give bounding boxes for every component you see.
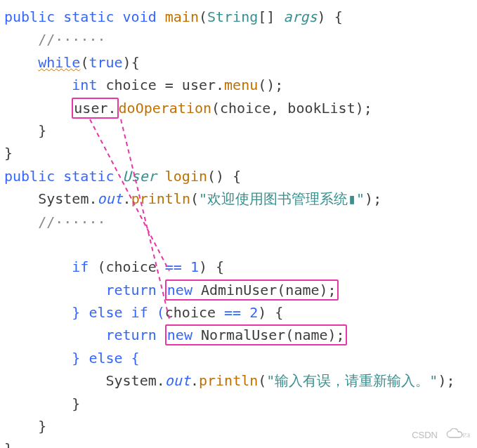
return-kw: return [106, 282, 157, 298]
if-kw: if [72, 258, 89, 275]
cloud-icon: 亿速云 [442, 428, 470, 441]
stmt-end: ); [438, 372, 455, 389]
eq-op: == [216, 304, 249, 321]
menu-close: (); [258, 77, 283, 93]
doOp-args: (choice, bookList); [211, 100, 372, 117]
stmt-end: ); [365, 190, 381, 207]
system: System [38, 190, 89, 207]
watermark-text: CSDN [412, 428, 438, 442]
paren-brace: ) { [199, 258, 224, 275]
two: 2 [249, 304, 258, 321]
brace: } [4, 395, 80, 412]
out-field: out [97, 190, 122, 207]
main-method: main [165, 8, 199, 25]
svg-text:亿速云: 亿速云 [462, 433, 470, 438]
welcome-string: "欢迎使用图书管理系统▮" [199, 190, 365, 207]
else-kw: } else { [72, 350, 139, 367]
true-kw: true [89, 54, 122, 71]
comment: //······ [38, 31, 105, 48]
brace: } [4, 418, 46, 435]
int-kw: int [72, 77, 97, 93]
eq-op: == [157, 258, 190, 275]
new-kw: new [167, 327, 192, 343]
comment: //······ [38, 213, 105, 230]
doOperation-call: doOperation [119, 100, 211, 117]
out-field: out [165, 372, 190, 389]
normal-user-box: new NormalUser(name); [165, 324, 347, 345]
paren-brace: ) { [258, 304, 283, 321]
choice-decl: choice = user. [97, 77, 224, 93]
brace: } [4, 440, 13, 448]
args-param: args [283, 8, 317, 25]
return-kw: return [106, 327, 157, 343]
while-kw: while [38, 54, 80, 71]
brace: } [4, 145, 13, 162]
admin-user-ctor: AdminUser(name); [192, 282, 336, 298]
menu-call: menu [224, 77, 258, 93]
brace: } [4, 122, 46, 139]
login-method: login [157, 168, 207, 185]
login-sig-close: () { [207, 168, 241, 185]
println-call: println [131, 190, 190, 207]
system: System [106, 372, 157, 389]
else-if: } else if ( [72, 304, 164, 321]
println-call: println [199, 372, 258, 389]
code-block: public static void main(String[] args) {… [4, 6, 473, 448]
admin-user-box: new AdminUser(name); [165, 279, 339, 301]
user-box: user. [72, 98, 118, 119]
string-type: String [207, 8, 258, 25]
new-kw: new [167, 282, 192, 298]
choice-var: choice [106, 258, 157, 275]
choice-var: choice [165, 304, 216, 321]
normal-user-ctor: NormalUser(name); [192, 327, 345, 343]
one: 1 [190, 258, 199, 275]
watermark: CSDN 亿速云 [412, 428, 470, 442]
error-string: "输入有误，请重新输入。" [266, 372, 438, 389]
kw-public-static-void: public static void [4, 8, 165, 25]
user-type: User [123, 168, 157, 185]
sig-close: ) { [318, 8, 343, 25]
kw-public-static: public static [4, 168, 123, 185]
